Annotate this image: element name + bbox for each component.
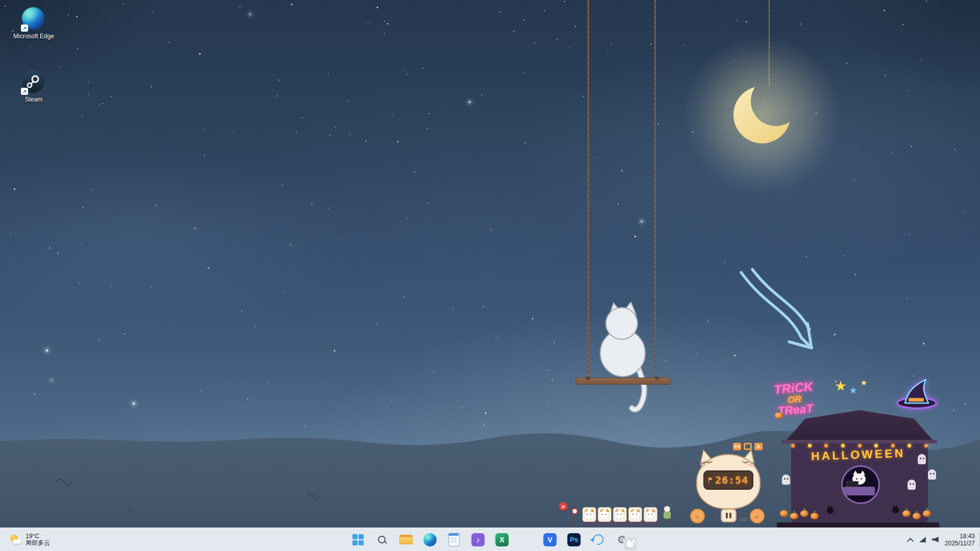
partly-cloudy-icon [9, 534, 21, 545]
ghost-icon [782, 474, 790, 485]
pet-app-button[interactable] [517, 530, 536, 549]
edge-button[interactable] [421, 530, 440, 549]
witch-hat-icon [893, 377, 940, 410]
star [384, 21, 385, 22]
star [414, 172, 415, 173]
star [296, 132, 297, 133]
star [485, 412, 486, 414]
star [583, 96, 584, 97]
star [556, 39, 557, 40]
star [76, 16, 78, 17]
star [902, 24, 903, 25]
windows-logo-icon [353, 534, 364, 545]
star [407, 74, 408, 75]
star [532, 318, 533, 319]
timer-display: 26:54 [703, 470, 753, 490]
star [284, 291, 285, 292]
star [151, 286, 152, 287]
cat-blush [700, 463, 706, 466]
star [99, 105, 100, 106]
swing-rope-left [587, 0, 589, 380]
pumpkin-icon [811, 513, 819, 519]
desktop-pet-strip[interactable]: × [559, 502, 680, 529]
photoshop-button[interactable]: Ps [565, 530, 584, 549]
music-app-button[interactable]: ♪ [469, 530, 488, 549]
star [746, 21, 747, 22]
file-explorer-button[interactable] [397, 530, 416, 549]
star [481, 94, 482, 95]
notepad-button[interactable] [445, 530, 464, 549]
rope-knot [655, 377, 659, 380]
cat-slot[interactable] [582, 507, 596, 522]
skip-paw-button[interactable] [750, 509, 765, 523]
star [46, 349, 48, 352]
taskbar: 19°C 局部多云 ♪ X V Ps [0, 528, 980, 551]
star [884, 10, 885, 11]
meeting-app-button[interactable]: V [541, 530, 560, 549]
widget-close-icon[interactable]: × [754, 443, 763, 450]
star [403, 297, 404, 298]
cat-slot[interactable] [644, 507, 657, 522]
weather-widget-button[interactable]: 19°C 局部多云 [4, 528, 55, 551]
excel-button[interactable]: X [493, 530, 512, 549]
star [155, 205, 156, 206]
star [404, 70, 405, 71]
star [329, 135, 330, 136]
star [204, 155, 205, 156]
star [153, 11, 154, 12]
widget-expand-icon[interactable] [744, 443, 752, 450]
pause-button[interactable] [721, 509, 737, 522]
star [800, 23, 801, 24]
star [88, 82, 89, 83]
star [594, 157, 595, 158]
crescent-moon [724, 77, 800, 153]
sync-app-button[interactable] [589, 530, 608, 549]
star [102, 103, 103, 104]
pumpkin-icon [923, 510, 931, 517]
star [328, 73, 329, 74]
star [92, 189, 93, 190]
star [365, 140, 366, 141]
star [60, 67, 61, 68]
star [377, 7, 378, 8]
dj-desk [843, 487, 875, 495]
star [843, 255, 844, 256]
cat-slot[interactable] [613, 507, 627, 522]
network-icon[interactable] [919, 537, 926, 542]
strip-close-button[interactable]: × [559, 502, 568, 511]
widget-menu-icon[interactable] [733, 443, 741, 450]
pet-character[interactable] [663, 506, 671, 522]
star [133, 403, 135, 405]
star [641, 220, 643, 222]
search-button[interactable] [373, 530, 392, 549]
star [428, 113, 429, 114]
start-button[interactable] [349, 530, 368, 549]
star [200, 390, 201, 391]
pumpkin-icon [902, 510, 911, 517]
star [854, 179, 855, 180]
star [469, 101, 471, 103]
star [908, 90, 909, 91]
star [575, 26, 576, 27]
pumpkin-icon [913, 513, 921, 519]
desktop-icon-edge[interactable]: ↗ Microsoft Edge [9, 7, 58, 40]
cat-clock-widget[interactable]: × 26:54 1/3 [689, 443, 766, 529]
hidden-icons-chevron[interactable] [908, 537, 913, 542]
star [290, 244, 291, 245]
halloween-widget[interactable]: TRiCK OR TReaT HALLOWEEN [774, 379, 942, 530]
star [368, 22, 369, 23]
desktop-icon-steam[interactable]: ↗ Steam [9, 70, 58, 103]
tray-clock[interactable]: 18:43 2025/11/27 [945, 533, 977, 547]
cat-slot[interactable] [598, 507, 611, 522]
restart-paw-button[interactable] [690, 509, 705, 523]
star [911, 146, 912, 147]
cat-blush [748, 463, 754, 466]
star [247, 398, 248, 399]
volume-icon[interactable] [932, 537, 939, 542]
star [964, 212, 965, 213]
cat-tiles [582, 507, 657, 522]
cat-slot[interactable] [628, 507, 642, 522]
system-tray: 18:43 2025/11/27 [908, 528, 977, 551]
star [923, 343, 924, 344]
star [544, 10, 545, 11]
